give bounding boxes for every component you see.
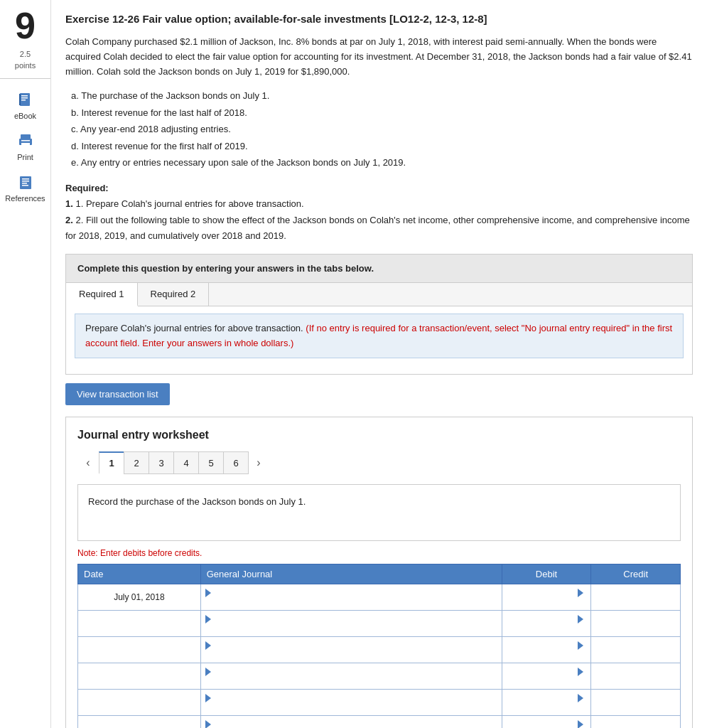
table-row [78,716,681,728]
gj-cell[interactable] [200,716,502,728]
debit-input[interactable] [507,650,587,660]
credit-cell[interactable] [591,690,681,716]
debit-input[interactable] [507,676,587,686]
gj-cell[interactable] [200,584,502,611]
tri-icon [578,641,583,650]
tri-icon [205,615,211,623]
tab-required-1[interactable]: Required 1 [66,283,138,306]
debit-cell[interactable] [502,637,591,663]
page-btn-2[interactable]: 2 [124,451,149,474]
gj-input[interactable] [205,650,497,660]
gj-cell[interactable] [200,637,502,663]
credit-cell[interactable] [591,663,681,690]
table-row [78,637,681,663]
required-label: Required: [65,183,109,193]
tab-required-2[interactable]: Required 2 [138,283,210,306]
chapter-number: 9 [15,7,36,44]
instructions-main: Prepare Colah's journal entries for abov… [85,323,303,333]
journal-table: Date General Journal Debit Credit July 0… [77,564,681,728]
gj-input[interactable] [205,597,497,607]
debit-input[interactable] [507,597,587,607]
tri-icon [205,641,211,650]
table-row [78,611,681,637]
list-item: e. Any entry or entries necessary upon s… [71,154,693,171]
page-btn-4[interactable]: 4 [173,451,199,474]
date-cell [78,663,201,690]
col-header-debit: Debit [502,564,591,584]
debit-cell[interactable] [502,716,591,728]
prev-page-button[interactable]: ‹ [77,451,99,474]
sidebar-item-ebook[interactable]: eBook [0,85,50,126]
main-content: Exercise 12-26 Fair value option; availa… [51,0,707,728]
debit-cell[interactable] [502,690,591,716]
tri-icon [205,589,211,597]
date-cell [78,690,201,716]
tabs-bar: Required 1 Required 2 [66,283,692,306]
tri-icon [578,720,583,728]
book-icon [16,90,36,110]
tri-icon [578,615,583,623]
required-section: Required: 1. 1. Prepare Colah's journal … [65,181,693,243]
tabs-container: Required 1 Required 2 Prepare Colah's jo… [65,283,693,375]
tab-content: Prepare Colah's journal entries for abov… [66,306,692,375]
debit-input[interactable] [507,623,587,633]
svg-rect-12 [22,183,27,184]
complete-banner: Complete this question by entering your … [65,254,693,283]
tri-icon [578,668,583,676]
sidebar-item-print[interactable]: Print [0,126,50,167]
worksheet-container: Journal entry worksheet ‹ 1 2 3 4 5 6 › … [65,417,693,728]
sidebar: 9 2.5 points eBook [0,0,51,728]
svg-rect-1 [19,94,21,105]
sidebar-item-references[interactable]: References [0,167,50,208]
svg-rect-3 [21,97,28,99]
list-item: a. The purchase of the Jackson bonds on … [71,87,693,104]
page-btn-5[interactable]: 5 [198,451,224,474]
list-item: b. Interest revenue for the last half of… [71,105,693,121]
credit-input[interactable] [595,697,676,707]
view-transaction-button[interactable]: View transaction list [65,383,170,405]
gj-cell[interactable] [200,663,502,690]
credit-input[interactable] [595,619,676,628]
debit-cell[interactable] [502,584,591,611]
svg-rect-10 [22,178,29,180]
svg-rect-4 [21,100,26,101]
gj-input[interactable] [205,623,497,633]
tri-icon [205,668,211,676]
tri-icon [205,694,211,702]
gj-cell[interactable] [200,690,502,716]
date-cell [78,637,201,663]
debit-cell[interactable] [502,663,591,690]
exercise-description: Colah Company purchased $2.1 million of … [65,35,693,79]
gj-input[interactable] [205,676,497,686]
gj-input[interactable] [205,702,497,712]
page-btn-6[interactable]: 6 [223,451,249,474]
points-label: points [15,61,36,70]
col-header-date: Date [78,564,201,584]
date-cell [78,716,201,728]
ebook-label: eBook [14,112,36,120]
debit-input[interactable] [507,702,587,712]
debit-cell[interactable] [502,611,591,637]
credit-cell[interactable] [591,716,681,728]
table-row [78,690,681,716]
page-btn-3[interactable]: 3 [149,451,174,474]
credit-cell[interactable] [591,637,681,663]
table-row [78,663,681,690]
credit-input[interactable] [595,671,676,681]
svg-rect-8 [21,143,30,145]
credit-input[interactable] [595,592,676,602]
credit-cell[interactable] [591,584,681,611]
credit-input[interactable] [595,645,676,655]
gj-cell[interactable] [200,611,502,637]
tri-icon [205,720,211,728]
print-icon [16,132,36,151]
svg-rect-13 [22,185,28,186]
svg-rect-11 [22,181,29,182]
note-text: Note: Enter debits before credits. [77,548,681,558]
credit-input[interactable] [595,724,676,728]
references-label: References [5,194,45,203]
credit-cell[interactable] [591,611,681,637]
next-page-button[interactable]: › [248,451,269,474]
page-navigation: ‹ 1 2 3 4 5 6 › [77,451,681,474]
page-btn-1[interactable]: 1 [99,451,124,474]
